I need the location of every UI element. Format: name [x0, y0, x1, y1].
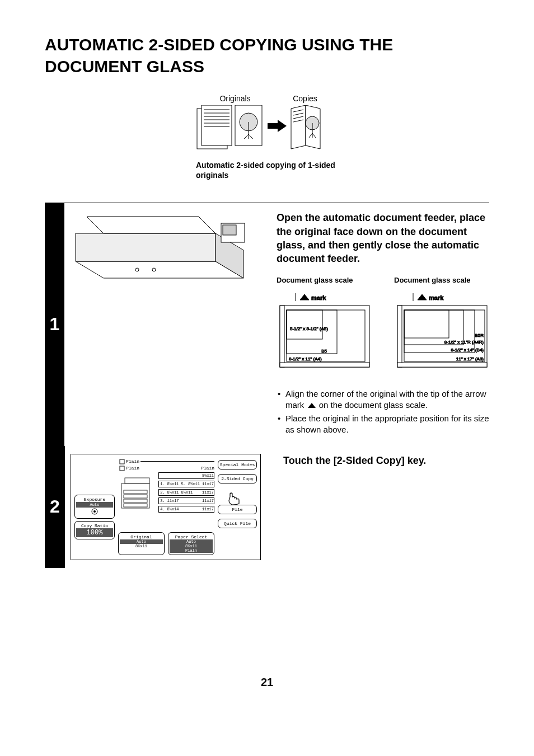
svg-rect-28 [223, 225, 236, 235]
original-size: 8½x11 [120, 544, 163, 548]
copy-ratio-label: Copy Ratio [76, 523, 113, 528]
step-2-heading: Touch the [2-Sided Copy] key. [283, 454, 489, 467]
tray-size: 11x17 [195, 490, 214, 495]
paper-select-button[interactable]: Paper Select Auto 8½x11 Plain [168, 532, 214, 555]
step-1-bullet-2: Place the original in the appropriate po… [277, 413, 489, 436]
originals-label: Originals [196, 94, 274, 103]
tray-size: 8½x11 [167, 482, 179, 486]
step-1-bullet-1: Align the corner of the original with th… [277, 388, 489, 411]
copier-illustration [70, 211, 255, 289]
bullet-text: on the document glass scale. [319, 400, 428, 410]
svg-point-58 [93, 510, 96, 513]
svg-rect-43 [397, 363, 487, 367]
size-b4: 8-1/2" x 14" (B4) [451, 348, 484, 353]
paper-select-label: Paper Select [170, 534, 213, 539]
tray-size: 8½x14 [167, 507, 179, 511]
svg-rect-13 [268, 123, 278, 129]
tray-icon [119, 466, 125, 471]
arrow-mark-icon [307, 402, 317, 409]
svg-rect-34 [280, 306, 284, 367]
size-a5: 5-1/2" x 8-1/2" (A5) [290, 326, 328, 331]
tray-size: 8½x11 [160, 473, 214, 478]
copies-label: Copies [274, 94, 336, 103]
intro-caption: Automatic 2-sided copying of 1-sided ori… [196, 160, 341, 180]
svg-rect-56 [124, 504, 147, 507]
step-1: 1 Open the automatic docume [45, 203, 489, 445]
page-number: 21 [0, 676, 534, 689]
exposure-label: Exposure [76, 497, 113, 502]
tray-size: 11x17 [202, 482, 214, 486]
svg-rect-54 [124, 495, 147, 498]
size-a4r: 8-1/2" x 11"R (A4R) [444, 340, 484, 345]
svg-rect-53 [124, 490, 147, 494]
svg-marker-14 [278, 120, 287, 132]
svg-rect-55 [124, 499, 147, 503]
glass-scale-label-2: Document glass scale [394, 276, 489, 284]
page-title: AUTOMATIC 2-SIDED COPYING USING THE DOCU… [45, 34, 489, 77]
svg-marker-24 [76, 233, 216, 261]
tray-icon [119, 459, 125, 464]
touchscreen-panel: Plain Plain Plain [71, 454, 261, 560]
svg-rect-52 [125, 478, 149, 483]
glass-figure-left: Document glass scale mark [277, 276, 372, 374]
tray-plain-label-3: Plain [201, 466, 214, 471]
step-1-number: 1 [45, 203, 64, 445]
tray-size: 8½x11 [188, 482, 200, 486]
original-label: Original [120, 534, 163, 539]
original-button[interactable]: Original Auto 8½x11 [118, 532, 165, 555]
original-auto: Auto [120, 539, 163, 544]
svg-rect-50 [120, 466, 124, 471]
svg-rect-49 [120, 459, 124, 464]
special-modes-button[interactable]: Special Modes [218, 460, 257, 469]
svg-marker-32 [300, 294, 309, 300]
tray-plain-label-2: Plain [126, 466, 139, 471]
size-a3: 11" x 17" (A3) [456, 356, 484, 361]
tray-size: 11x17 [167, 499, 179, 503]
size-b5r: B5R [475, 333, 484, 338]
step-2-number: 2 [45, 446, 65, 568]
intro-diagram-svg [196, 105, 330, 153]
tray-plain-label: Plain [126, 459, 139, 464]
glass-scale-label: Document glass scale [277, 276, 372, 284]
quick-file-button[interactable]: Quick File [218, 519, 257, 528]
exposure-button[interactable]: Exposure Auto [74, 495, 115, 519]
mark-label: mark [311, 294, 326, 301]
svg-marker-26 [87, 217, 216, 233]
svg-marker-23 [76, 261, 243, 278]
exposure-dial-icon [91, 508, 99, 515]
glass-figure-right: Document glass scale mark [394, 276, 489, 374]
svg-rect-1 [202, 105, 232, 145]
step-1-heading: Open the automatic document feeder, plac… [277, 211, 489, 265]
paper-size: 8½x11 [170, 544, 213, 548]
two-sided-copy-button[interactable]: 2-Sided Copy [218, 474, 257, 483]
tray-size: 11x17 [181, 499, 214, 503]
size-b5: B5 [321, 349, 327, 354]
mark-label-2: mark [429, 294, 444, 301]
tray-size: 11x17 [181, 507, 214, 511]
tray-size: 8½x11 [167, 490, 179, 495]
svg-rect-35 [280, 363, 369, 367]
svg-marker-48 [308, 403, 316, 408]
svg-marker-40 [418, 294, 427, 300]
file-button[interactable]: File [218, 505, 257, 514]
intro-figure: Originals Copies [196, 94, 341, 180]
exposure-auto: Auto [76, 502, 113, 508]
step-2: 2 Plain Plain Plain [45, 446, 489, 568]
mini-copier-icon [119, 472, 156, 511]
size-a4: 8-1/2" x 11" (A4) [289, 356, 322, 361]
svg-rect-42 [397, 306, 402, 367]
paper-type: Plain [170, 548, 213, 553]
pointing-hand-icon [227, 491, 241, 506]
paper-auto: Auto [170, 539, 213, 544]
tray-size: 8½x11 [181, 490, 193, 495]
